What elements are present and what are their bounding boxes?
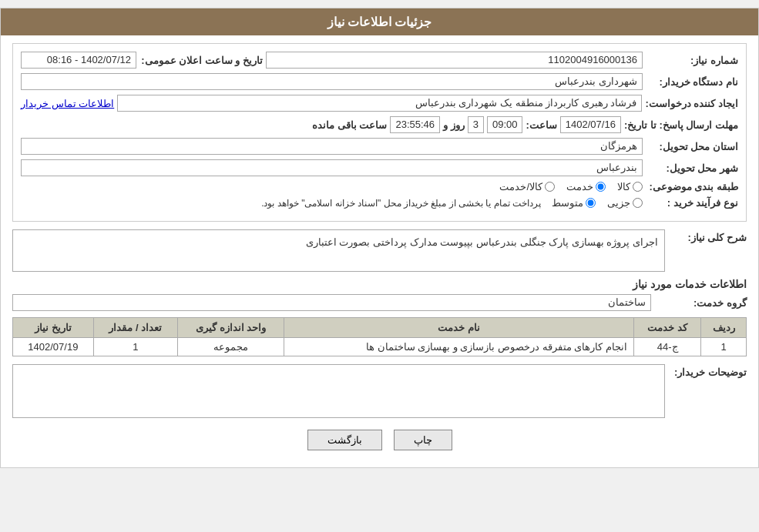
deadline-days: 3 xyxy=(468,116,484,133)
category-kala-khedmat-option[interactable]: کالا/خدمت xyxy=(499,181,555,192)
announcement-value: 1402/07/12 - 08:16 xyxy=(21,52,136,69)
cell-count-0: 1 xyxy=(93,338,177,356)
category-kala-khedmat-radio[interactable] xyxy=(545,182,555,192)
category-kala-khedmat-label: کالا/خدمت xyxy=(499,181,542,192)
col-row: ردیف xyxy=(701,318,747,338)
province-value: هرمزگان xyxy=(21,138,643,155)
main-container: جزئیات اطلاعات نیاز شماره نیاز: 11020049… xyxy=(0,8,759,468)
row-deadline: مهلت ارسال پاسخ: تا تاریخ: 1402/07/16 سا… xyxy=(21,116,738,133)
category-label: طبقه بندی موضوعی: xyxy=(646,181,738,192)
col-unit: واحد اندازه گیری xyxy=(178,318,284,338)
creator-label: ایجاد کننده درخواست: xyxy=(645,98,738,109)
category-kala-option[interactable]: کالا xyxy=(617,181,643,192)
service-group-value: ساختمان xyxy=(12,294,651,311)
deadline-remaining-label: ساعت باقی مانده xyxy=(312,119,387,131)
description-value: اجرای پروژه بهسازی پارک جنگلی بندرعباس ب… xyxy=(12,229,665,272)
creator-value: فرشاد رهبری کاربرداز منطقه یک شهرداری بن… xyxy=(117,95,642,112)
col-name: نام خدمت xyxy=(284,318,634,338)
buyer-notes-content xyxy=(12,364,665,420)
category-kala-label: کالا xyxy=(617,181,630,192)
col-date: تاریخ نیاز xyxy=(13,318,94,338)
category-khedmat-radio[interactable] xyxy=(596,182,606,192)
row-buyer-notes: توضیحات خریدار: xyxy=(12,364,747,420)
need-number-value: 1102004916000136 xyxy=(266,52,643,69)
cell-unit-0: مجموعه xyxy=(178,338,284,356)
need-number-label: شماره نیاز: xyxy=(646,55,738,66)
col-code: کد خدمت xyxy=(633,318,700,338)
print-button[interactable]: چاپ xyxy=(394,430,452,450)
info-section: شماره نیاز: 1102004916000136 تاریخ و ساع… xyxy=(12,43,747,222)
cell-name-0: انجام کارهای متفرقه درخصوص بازسازی و بهس… xyxy=(284,338,634,356)
back-button[interactable]: بازگشت xyxy=(307,430,382,450)
row-description: شرح کلی نیاز: اجرای پروژه بهسازی پارک جن… xyxy=(12,229,747,272)
table-row: 1 ج-44 انجام کارهای متفرقه درخصوص بازساز… xyxy=(13,338,747,356)
buyer-label: نام دستگاه خریدار: xyxy=(646,76,738,88)
purchase-jozee-option[interactable]: جزیی xyxy=(607,197,643,209)
buyer-notes-label: توضیحات خریدار: xyxy=(670,364,747,378)
contact-link[interactable]: اطلاعات تماس خریدار xyxy=(21,98,114,109)
row-city: شهر محل تحویل: بندرعباس xyxy=(21,159,738,176)
content-area: شماره نیاز: 1102004916000136 تاریخ و ساع… xyxy=(1,35,758,467)
buyer-notes-textarea[interactable] xyxy=(12,364,665,418)
description-label: شرح کلی نیاز: xyxy=(670,229,747,243)
deadline-remaining: 23:55:46 xyxy=(390,116,440,133)
purchase-jozee-radio[interactable] xyxy=(633,198,643,208)
deadline-label: مهلت ارسال پاسخ: تا تاریخ: xyxy=(624,119,738,131)
page-title: جزئیات اطلاعات نیاز xyxy=(1,8,758,35)
deadline-date: 1402/07/16 xyxy=(560,116,621,133)
cell-date-0: 1402/07/19 xyxy=(13,338,94,356)
purchase-type-label: نوع فرآیند خرید : xyxy=(646,197,738,209)
deadline-days-label: روز و xyxy=(443,119,465,131)
service-table: ردیف کد خدمت نام خدمت واحد اندازه گیری ت… xyxy=(12,317,747,356)
category-khedmat-label: خدمت xyxy=(566,181,593,192)
purchase-jozee-label: جزیی xyxy=(607,197,630,209)
deadline-time-label: ساعت: xyxy=(526,119,556,131)
col-count: تعداد / مقدار xyxy=(93,318,177,338)
cell-row-0: 1 xyxy=(701,338,747,356)
purchase-motavasset-label: متوسط xyxy=(552,197,583,209)
purchase-motavasset-radio[interactable] xyxy=(586,198,596,208)
purchase-motavasset-option[interactable]: متوسط xyxy=(552,197,596,209)
service-info-title: اطلاعات خدمات مورد نیاز xyxy=(12,278,747,290)
province-label: استان محل تحویل: xyxy=(646,141,738,152)
deadline-time: 09:00 xyxy=(487,116,523,133)
announcement-label: تاریخ و ساعت اعلان عمومی: xyxy=(139,55,263,66)
row-category: طبقه بندی موضوعی: کالا خدمت کالا/خدمت xyxy=(21,181,738,192)
purchase-type-radio-group: جزیی متوسط xyxy=(552,197,643,209)
row-creator: ایجاد کننده درخواست: فرشاد رهبری کاربردا… xyxy=(21,95,738,112)
row-buyer: نام دستگاه خریدار: شهرداری بندرعباس xyxy=(21,73,738,90)
purchase-notice: پرداخت تمام یا بخشی از مبلغ خریداز محل "… xyxy=(261,198,541,209)
row-need-number: شماره نیاز: 1102004916000136 تاریخ و ساع… xyxy=(21,52,738,69)
buttons-row: چاپ بازگشت xyxy=(12,430,747,450)
category-khedmat-option[interactable]: خدمت xyxy=(566,181,606,192)
city-value: بندرعباس xyxy=(21,159,643,176)
city-label: شهر محل تحویل: xyxy=(646,162,738,174)
row-service-group: گروه خدمت: ساختمان xyxy=(12,294,747,311)
service-group-label: گروه خدمت: xyxy=(654,297,747,309)
description-content: اجرای پروژه بهسازی پارک جنگلی بندرعباس ب… xyxy=(12,229,665,272)
row-province: استان محل تحویل: هرمزگان xyxy=(21,138,738,155)
category-kala-radio[interactable] xyxy=(633,182,643,192)
row-purchase-type: نوع فرآیند خرید : جزیی متوسط پرداخت تمام… xyxy=(21,197,738,209)
category-radio-group: کالا خدمت کالا/خدمت xyxy=(499,181,643,192)
cell-code-0: ج-44 xyxy=(633,338,700,356)
buyer-value: شهرداری بندرعباس xyxy=(21,73,643,90)
